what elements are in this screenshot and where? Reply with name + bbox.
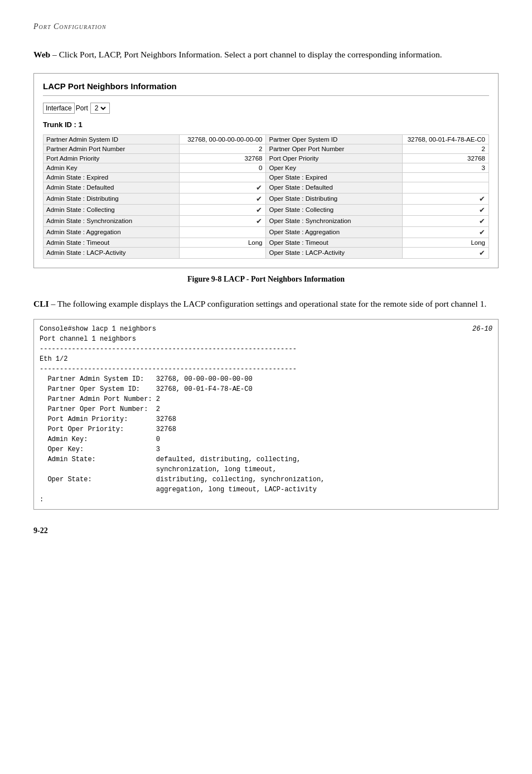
right-value: Long <box>402 238 489 247</box>
left-label: Admin State : Aggregation <box>43 226 180 238</box>
left-value: ✔ <box>180 193 266 204</box>
left-value: ✔ <box>180 182 266 193</box>
right-value <box>402 182 489 193</box>
right-value: ✔ <box>402 247 489 258</box>
trunk-id: Trunk ID : 1 <box>43 120 489 129</box>
right-value: 32768 <box>402 153 489 163</box>
left-label: Admin State : Distributing <box>43 193 180 204</box>
table-row: Partner Admin System ID32768, 00-00-00-0… <box>43 134 489 144</box>
figure-caption: Figure 9-8 LACP - Port Neighbors Informa… <box>33 275 499 284</box>
left-label: Partner Admin System ID <box>43 134 180 144</box>
table-row: Admin State : TimeoutLongOper State : Ti… <box>43 238 489 247</box>
cli-bold: CLI <box>33 299 49 308</box>
table-row: Admin State : Distributing✔Oper State : … <box>43 193 489 204</box>
table-row: Admin State : Defaulted✔Oper State : Def… <box>43 182 489 193</box>
page-number: 9-22 <box>33 526 499 535</box>
left-label: Admin State : Timeout <box>43 238 180 247</box>
checkmark-icon: ✔ <box>256 217 262 225</box>
right-value: ✔ <box>402 215 489 226</box>
table-row: Admin State : LACP-ActivityOper State : … <box>43 247 489 258</box>
checkmark-icon: ✔ <box>479 206 485 214</box>
page-header: Port Configuration <box>33 22 499 31</box>
interface-label: Interface <box>43 103 75 114</box>
code-rest: Port channel 1 neighbors ---------------… <box>40 334 492 505</box>
checkmark-icon: ✔ <box>479 217 485 225</box>
left-value: ✔ <box>180 204 266 215</box>
left-label: Admin State : LACP-Activity <box>43 247 180 258</box>
code-block: Console#show lacp 1 neighbors26-10Port c… <box>33 319 499 510</box>
table-row: Admin State : Synchronization✔Oper State… <box>43 215 489 226</box>
left-label: Admin Key <box>43 163 180 172</box>
right-value: 3 <box>402 163 489 172</box>
left-value <box>180 247 266 258</box>
left-label: Admin State : Defaulted <box>43 182 180 193</box>
right-label: Oper State : Collecting <box>266 204 402 215</box>
web-intro: Web – Click Port, LACP, Port Neighbors I… <box>33 48 499 62</box>
right-value: ✔ <box>402 193 489 204</box>
table-row: Admin Key0Oper Key3 <box>43 163 489 172</box>
table-row: Admin State : Collecting✔Oper State : Co… <box>43 204 489 215</box>
left-label: Admin State : Synchronization <box>43 215 180 226</box>
right-label: Port Oper Priority <box>266 153 402 163</box>
left-label: Partner Admin Port Number <box>43 144 180 153</box>
right-label: Oper State : Expired <box>266 172 402 182</box>
right-label: Oper State : Synchronization <box>266 215 402 226</box>
left-value: 32768 <box>180 153 266 163</box>
cli-intro: CLI – The following example displays the… <box>33 297 499 311</box>
right-label: Oper Key <box>266 163 402 172</box>
info-box: LACP Port Neighbors Information Interfac… <box>33 73 499 268</box>
right-label: Oper State : Defaulted <box>266 182 402 193</box>
checkmark-icon: ✔ <box>256 195 262 203</box>
checkmark-icon: ✔ <box>479 249 485 257</box>
web-intro-text: – Click Port, LACP, Port Neighbors Infor… <box>52 50 442 59</box>
table-row: Partner Admin Port Number2Partner Oper P… <box>43 144 489 153</box>
table-row: Admin State : AggregationOper State : Ag… <box>43 226 489 238</box>
right-label: Oper State : Timeout <box>266 238 402 247</box>
left-value <box>180 226 266 238</box>
right-label: Partner Oper Port Number <box>266 144 402 153</box>
right-value: ✔ <box>402 226 489 238</box>
left-value: 32768, 00-00-00-00-00-00 <box>180 134 266 144</box>
right-label: Oper State : Distributing <box>266 193 402 204</box>
info-box-title: LACP Port Neighbors Information <box>43 81 489 96</box>
left-label: Port Admin Priority <box>43 153 180 163</box>
port-dropdown[interactable]: 2 <box>90 103 110 114</box>
right-value: ✔ <box>402 204 489 215</box>
right-label: Oper State : Aggregation <box>266 226 402 238</box>
left-value: 0 <box>180 163 266 172</box>
left-value <box>180 172 266 182</box>
checkmark-icon: ✔ <box>479 195 485 203</box>
left-label: Admin State : Collecting <box>43 204 180 215</box>
lacp-table: Partner Admin System ID32768, 00-00-00-0… <box>43 134 489 259</box>
cli-intro-text: – The following example displays the LAC… <box>51 299 486 308</box>
code-first-line: Console#show lacp 1 neighbors <box>40 324 156 334</box>
right-value <box>402 172 489 182</box>
interface-selector: Interface Port 2 <box>43 103 489 114</box>
header-title: Port Configuration <box>33 22 107 31</box>
table-row: Admin State : ExpiredOper State : Expire… <box>43 172 489 182</box>
left-value: Long <box>180 238 266 247</box>
right-label: Oper State : LACP-Activity <box>266 247 402 258</box>
checkmark-icon: ✔ <box>256 183 262 192</box>
left-label: Admin State : Expired <box>43 172 180 182</box>
left-value: ✔ <box>180 215 266 226</box>
left-value: 2 <box>180 144 266 153</box>
port-select[interactable]: 2 <box>93 104 108 113</box>
web-bold: Web <box>33 50 50 59</box>
right-label: Partner Oper System ID <box>266 134 402 144</box>
right-value: 32768, 00-01-F4-78-AE-C0 <box>402 134 489 144</box>
checkmark-icon: ✔ <box>479 228 485 236</box>
code-line-ref: 26-10 <box>472 324 492 334</box>
checkmark-icon: ✔ <box>256 206 262 214</box>
port-label: Port <box>76 104 88 112</box>
right-value: 2 <box>402 144 489 153</box>
table-row: Port Admin Priority32768Port Oper Priori… <box>43 153 489 163</box>
